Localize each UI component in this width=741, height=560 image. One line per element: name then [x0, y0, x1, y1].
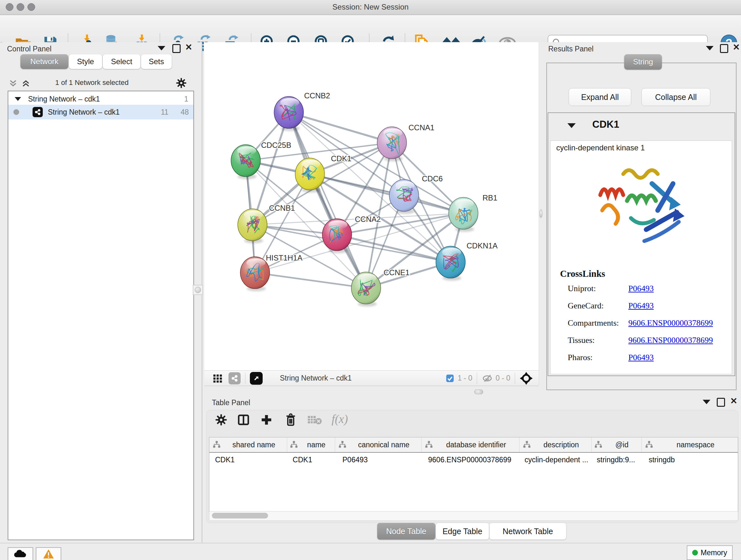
string-view-icon[interactable]	[228, 372, 241, 384]
protein-name-heading: CDK1	[592, 119, 619, 130]
sort-column-icon	[212, 441, 221, 449]
cell-name: CDK1	[287, 455, 337, 464]
status-bar: Memory	[0, 543, 741, 560]
cytoscape-window: Session: New Session	[0, 0, 741, 560]
node-label-CCNE1: CCNE1	[384, 268, 409, 277]
panel-splitter-handle[interactable]	[193, 285, 203, 295]
network-node-CDK1	[295, 158, 325, 192]
panel-menu-icon[interactable]	[158, 46, 165, 51]
column-header-canonical-name[interactable]: canonical name	[335, 437, 421, 452]
network-row[interactable]: String Network – cdk1 11 48	[8, 105, 193, 119]
crosslinks-heading: CrossLinks	[560, 268, 605, 279]
collapse-all-button[interactable]: Collapse All	[642, 88, 711, 106]
splitter-grip[interactable]	[539, 209, 542, 218]
node-label-CDKN1A: CDKN1A	[467, 241, 497, 250]
table-panel: Table Panel ✕	[204, 396, 741, 543]
network-node-CDKN1A	[436, 246, 465, 281]
column-header-namespace[interactable]: namespace	[642, 437, 738, 452]
current-network-name: String Network – cdk1	[280, 374, 352, 382]
column-header-database-identifier[interactable]: database identifier	[421, 437, 520, 452]
crosslink-tissues-link[interactable]: 9606.ENSP00000378699	[628, 335, 713, 345]
node-label-CCNA2: CCNA2	[355, 215, 381, 224]
column-header-description[interactable]: description	[520, 437, 592, 452]
tab-network-table[interactable]: Network Table	[489, 523, 566, 540]
collection-label: String Network – cdk1	[28, 95, 100, 104]
network-selection-status: 1 of 1 Network selected	[38, 78, 146, 87]
crosslink-pharos-link[interactable]: P06493	[628, 353, 654, 362]
protein-section: CDK1 cyclin-dependent kinase 1	[548, 112, 735, 376]
scrollbar-thumb[interactable]	[212, 513, 268, 518]
panel-menu-icon[interactable]	[706, 46, 714, 51]
panel-close-icon[interactable]: ✕	[185, 44, 192, 51]
table-horizontal-scrollbar[interactable]	[209, 511, 738, 521]
expand-all-icon[interactable]	[21, 78, 30, 88]
sort-column-icon	[290, 441, 298, 449]
network-node-CCNA1	[377, 127, 407, 161]
network-collection-row[interactable]: String Network – cdk1 1	[8, 92, 193, 105]
string-network-icon	[32, 107, 43, 117]
tab-node-table[interactable]: Node Table	[377, 523, 435, 540]
table-container: f(x) shared name	[206, 410, 738, 523]
show-columns-icon[interactable]	[237, 414, 250, 426]
collapse-all-icon[interactable]	[8, 78, 18, 88]
memory-status-dot	[692, 550, 698, 556]
network-options-gear-icon[interactable]	[176, 77, 187, 89]
protein-section-collapse-icon[interactable]	[567, 123, 576, 128]
open-network-in-window-button[interactable]	[250, 372, 263, 385]
collection-expand-icon[interactable]	[15, 97, 21, 101]
crosslink-label: Compartments:	[568, 318, 619, 328]
cell-database-identifier: 9606.ENSP00000378699	[422, 455, 519, 464]
memory-label: Memory	[700, 549, 727, 557]
panel-close-icon[interactable]: ✕	[730, 397, 738, 405]
network-node-count: 11	[161, 108, 169, 117]
memory-button[interactable]: Memory	[687, 545, 733, 560]
node-table[interactable]: shared name name can	[209, 437, 738, 512]
panel-float-icon[interactable]	[717, 398, 725, 407]
protein-structure-image	[589, 155, 694, 260]
node-label-CDK1: CDK1	[331, 154, 351, 163]
column-header-shared-name[interactable]: shared name	[209, 437, 287, 452]
tab-string[interactable]: String	[624, 54, 662, 70]
tab-edge-table[interactable]: Edge Table	[436, 523, 489, 540]
crosslink-label: Pharos:	[568, 353, 593, 362]
control-panel-title: Control Panel	[7, 45, 51, 53]
panel-close-icon[interactable]: ✕	[733, 44, 740, 51]
main-toolbar: ?	[0, 15, 741, 43]
title-bar: Session: New Session	[0, 0, 741, 15]
sort-column-icon	[594, 441, 603, 449]
tab-sets[interactable]: Sets	[141, 54, 172, 69]
panel-menu-icon[interactable]	[703, 400, 711, 404]
network-graph[interactable]: CCNB2CCNA1CDC25BCDK1CDC6RB1CCNB1CCNA2CDK…	[204, 42, 539, 370]
crosslink-label: Tissues:	[568, 335, 595, 345]
node-label-CDC25B: CDC25B	[261, 141, 291, 149]
column-header-at-id[interactable]: @id	[592, 437, 642, 452]
network-canvas[interactable]: CCNB2CCNA1CDC25BCDK1CDC6RB1CCNB1CCNA2CDK…	[204, 42, 539, 370]
warning-status-button[interactable]	[36, 547, 61, 560]
table-options-gear-icon[interactable]	[215, 414, 227, 426]
expand-all-button[interactable]: Expand All	[569, 88, 631, 106]
create-column-plus-icon[interactable]	[260, 414, 273, 426]
sort-column-icon	[338, 441, 347, 449]
crosslink-compartments-link[interactable]: 9606.ENSP00000378699	[628, 318, 713, 328]
tab-select[interactable]: Select	[103, 54, 140, 69]
tab-network[interactable]: Network	[20, 54, 68, 69]
network-node-RB1	[449, 197, 478, 232]
panel-float-icon[interactable]	[172, 44, 181, 53]
results-panel-title: Results Panel	[548, 45, 594, 53]
crosslink-uniprot-link[interactable]: P06493	[628, 284, 654, 294]
network-node-HIST1H1A	[240, 257, 270, 291]
window-title: Session: New Session	[0, 3, 741, 11]
column-header-name[interactable]: name	[287, 437, 335, 452]
panel-float-icon[interactable]	[720, 44, 728, 53]
grid-view-icon[interactable]	[212, 373, 223, 383]
selected-node-edge-counts: 1 - 0	[458, 374, 472, 382]
table-row[interactable]: CDK1 CDK1 P06493 9606.ENSP00000378699 cy…	[209, 453, 738, 467]
cloud-status-button[interactable]	[8, 547, 33, 560]
delete-column-trash-icon[interactable]	[284, 413, 297, 427]
selected-checkbox-icon[interactable]	[446, 374, 455, 383]
tab-style[interactable]: Style	[69, 54, 102, 69]
birds-eye-view-icon[interactable]	[520, 372, 533, 385]
toolbar-separator	[515, 373, 515, 384]
horizontal-splitter-grip[interactable]	[474, 389, 483, 394]
crosslink-genecard-link[interactable]: P06493	[628, 301, 654, 311]
